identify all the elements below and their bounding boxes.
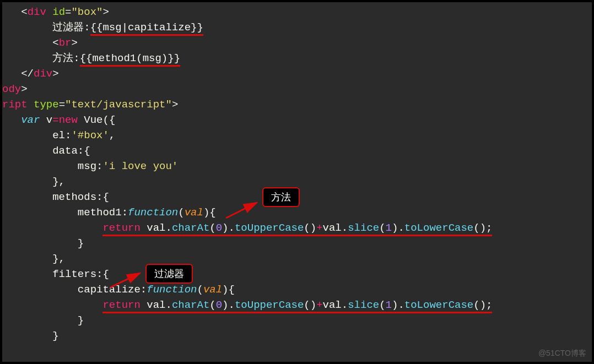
code-line: </div> <box>2 66 592 82</box>
code-line: var v=new Vue({ <box>2 112 592 128</box>
callout-methods: 方法 <box>262 187 300 207</box>
code-line: return val.charAt(0).toUpperCase()+val.s… <box>2 220 592 236</box>
code-line: return val.charAt(0).toUpperCase()+val.s… <box>2 297 592 313</box>
code-line: 过滤器:{{msg|capitalize}} <box>2 20 592 35</box>
code-line: } <box>2 236 592 251</box>
callout-filters: 过滤器 <box>145 264 193 284</box>
code-line: <div id="box"> <box>2 4 592 20</box>
svg-line-1 <box>110 273 140 287</box>
callout-label: 过滤器 <box>154 268 184 279</box>
code-line: } <box>2 328 592 344</box>
code-editor[interactable]: <div id="box"> 过滤器:{{msg|capitalize}} <b… <box>2 2 592 344</box>
code-line: method1:function(val){ <box>2 205 592 220</box>
watermark: @51CTO博客 <box>538 349 586 358</box>
callout-label: 方法 <box>271 192 291 203</box>
code-line: 方法:{{method1(msg)}} <box>2 51 592 66</box>
svg-line-0 <box>226 203 257 218</box>
code-line: ody> <box>2 82 592 97</box>
code-line: filters:{ <box>2 267 592 282</box>
code-line: capitalize:function(val){ <box>2 282 592 297</box>
code-line: msg:'i love you' <box>2 159 592 174</box>
code-line: <br> <box>2 35 592 51</box>
code-line: el:'#box', <box>2 128 592 143</box>
code-line: ript type="text/javascript"> <box>2 97 592 112</box>
arrow-icon <box>107 270 148 295</box>
arrow-icon <box>222 200 266 225</box>
code-line: data:{ <box>2 143 592 159</box>
code-line: }, <box>2 251 592 267</box>
code-line: } <box>2 313 592 328</box>
